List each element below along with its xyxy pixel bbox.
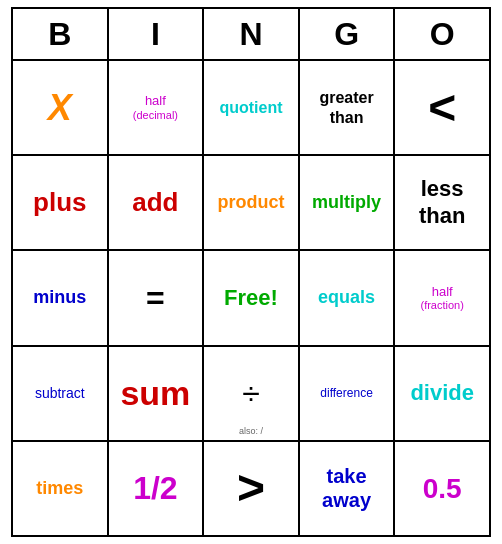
cell-text: difference: [320, 386, 372, 400]
cell-4-4: difference: [300, 347, 396, 440]
cell-1-2: half(decimal): [109, 61, 205, 154]
cell-3-1: minus: [13, 251, 109, 344]
header-n: N: [204, 9, 300, 59]
cell-text: =: [146, 279, 165, 317]
header-o: O: [395, 9, 489, 59]
cell-text: greater than: [304, 88, 390, 126]
cell-4-1: subtract: [13, 347, 109, 440]
less-than-symbol: <: [428, 84, 456, 132]
grid-row-3: minus = Free! equals half(fraction): [13, 251, 489, 346]
cell-text: times: [36, 478, 83, 500]
cell-text: equals: [318, 287, 375, 309]
header-i: I: [109, 9, 205, 59]
grid-row-4: subtract sum ÷ also: / difference divide: [13, 347, 489, 442]
cell-text: half(decimal): [133, 93, 178, 122]
grid-row-1: X half(decimal) quotient greater than <: [13, 61, 489, 156]
cell-5-2: 1/2: [109, 442, 205, 535]
bingo-header: B I N G O: [11, 7, 491, 59]
cell-text: Free!: [224, 285, 278, 311]
cell-2-5: less than: [395, 156, 489, 249]
cell-text: half(fraction): [420, 284, 463, 313]
cell-3-4: equals: [300, 251, 396, 344]
cell-text: 1/2: [133, 469, 177, 507]
cell-text: divide: [410, 380, 474, 406]
cell-text: sum: [120, 373, 190, 414]
bingo-grid: X half(decimal) quotient greater than < …: [11, 59, 491, 537]
cell-4-5: divide: [395, 347, 489, 440]
cell-4-3: ÷ also: /: [204, 347, 300, 440]
cell-text: product: [217, 192, 284, 214]
cell-text: subtract: [35, 385, 85, 402]
cell-text: plus: [33, 187, 86, 218]
cell-text: add: [132, 187, 178, 218]
cell-2-1: plus: [13, 156, 109, 249]
cell-text: less than: [399, 176, 485, 229]
cell-3-5: half(fraction): [395, 251, 489, 344]
divide-symbol: ÷: [242, 377, 260, 409]
cell-2-4: multiply: [300, 156, 396, 249]
cell-text: 0.5: [423, 472, 462, 506]
cell-4-2: sum: [109, 347, 205, 440]
cell-5-5: 0.5: [395, 442, 489, 535]
cell-5-1: times: [13, 442, 109, 535]
header-b: B: [13, 9, 109, 59]
cell-3-3: Free!: [204, 251, 300, 344]
cell-5-3: >: [204, 442, 300, 535]
cell-5-4: take away: [300, 442, 396, 535]
grid-row-2: plus add product multiply less than: [13, 156, 489, 251]
cell-1-1: X: [13, 61, 109, 154]
cell-1-4: greater than: [300, 61, 396, 154]
greater-than-symbol: >: [237, 464, 265, 512]
cell-text: multiply: [312, 192, 381, 214]
cell-1-5: <: [395, 61, 489, 154]
header-g: G: [300, 9, 396, 59]
cell-2-2: add: [109, 156, 205, 249]
cell-text: X: [48, 86, 72, 129]
cell-text: quotient: [219, 98, 282, 117]
cell-2-3: product: [204, 156, 300, 249]
cell-text: minus: [33, 287, 86, 309]
grid-row-5: times 1/2 > take away 0.5: [13, 442, 489, 535]
bingo-card: B I N G O X half(decimal) quotient great…: [11, 7, 491, 537]
also-text: also: /: [239, 426, 263, 436]
cell-3-2: =: [109, 251, 205, 344]
cell-text: take away: [304, 464, 390, 512]
cell-1-3: quotient: [204, 61, 300, 154]
